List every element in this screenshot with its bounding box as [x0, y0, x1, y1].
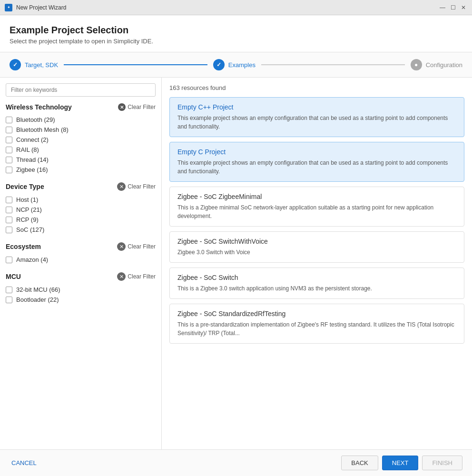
filter-label-thread: Thread (14): [16, 156, 49, 163]
next-button[interactable]: NEXT: [382, 456, 419, 470]
cancel-button[interactable]: CANCEL: [10, 456, 39, 470]
project-card-3[interactable]: Zigbee - SoC SwitchWithVoiceZigbee 3.0 S…: [169, 231, 464, 263]
filter-checkbox-amazon[interactable]: [6, 257, 12, 263]
mcu-title: MCU: [6, 273, 21, 280]
device-clear-filter-button[interactable]: ✕ Clear Filter: [117, 182, 156, 191]
minimize-button[interactable]: —: [439, 4, 446, 11]
project-card-desc-4: This is a Zigbee 3.0 switch application …: [177, 284, 456, 293]
finish-button[interactable]: FINISH: [422, 456, 462, 470]
filter-section-mcu-header: MCU ✕ Clear Filter: [6, 272, 156, 281]
ecosystem-title: Ecosystem: [6, 243, 41, 250]
filter-item-soc[interactable]: SoC (127): [6, 225, 156, 235]
filter-item-host[interactable]: Host (1): [6, 195, 156, 205]
project-card-2[interactable]: Zigbee - SoC ZigbeeMinimalThis is a Zigb…: [169, 187, 464, 227]
footer-right: BACK NEXT FINISH: [341, 456, 462, 470]
step-configuration-label: Configuration: [426, 61, 462, 69]
project-card-desc-1: This example project shows an empty conf…: [177, 159, 456, 176]
filter-item-rail[interactable]: RAIL (8): [6, 145, 156, 155]
filter-section-wireless-header: Wireless Technology ✕ Clear Filter: [6, 103, 156, 111]
filter-item-thread[interactable]: Thread (14): [6, 155, 156, 165]
maximize-button[interactable]: ☐: [449, 4, 457, 11]
project-card-0[interactable]: Empty C++ ProjectThis example project sh…: [169, 97, 464, 137]
filter-label-soc: SoC (127): [16, 226, 44, 233]
sidebar: Wireless Technology ✕ Clear Filter Bluet…: [0, 78, 162, 449]
step-connector-2: [261, 64, 405, 65]
resource-count: 163 resources found: [169, 84, 464, 91]
project-card-title-2: Zigbee - SoC ZigbeeMinimal: [177, 193, 456, 200]
title-bar: New Project Wizard — ☐ ✕: [0, 0, 472, 15]
ecosystem-clear-filter-button[interactable]: ✕ Clear Filter: [117, 242, 156, 251]
projects-list-area: 163 resources found Empty C++ ProjectThi…: [162, 78, 472, 449]
filter-checkbox-rcp[interactable]: [6, 217, 12, 223]
device-clear-filter-label: Clear Filter: [128, 183, 156, 190]
keyword-filter-input[interactable]: [6, 83, 156, 97]
project-card-1[interactable]: Empty C ProjectThis example project show…: [169, 142, 464, 182]
filter-label-rail: RAIL (8): [16, 146, 39, 153]
filter-item-ncp[interactable]: NCP (21): [6, 205, 156, 215]
back-button[interactable]: BACK: [341, 456, 378, 470]
step-examples-label: Examples: [228, 61, 256, 69]
filter-checkbox-soc[interactable]: [6, 227, 12, 233]
filter-section-device-type: Device Type ✕ Clear Filter Host (1) NCP …: [6, 182, 156, 235]
filter-label-ncp: NCP (21): [16, 206, 42, 213]
filter-checkbox-ncp[interactable]: [6, 207, 12, 213]
filter-checkbox-32bit-mcu[interactable]: [6, 287, 12, 293]
step-configuration: ● Configuration: [411, 59, 462, 70]
mcu-clear-icon: ✕: [117, 272, 126, 281]
project-card-desc-0: This example project shows an empty conf…: [177, 114, 456, 131]
project-card-desc-3: Zigbee 3.0 Switch with Voice: [177, 248, 456, 257]
filter-checkbox-host[interactable]: [6, 197, 12, 203]
project-card-5[interactable]: Zigbee - SoC StandardizedRfTestingThis i…: [169, 304, 464, 344]
filter-item-rcp[interactable]: RCP (9): [6, 215, 156, 225]
project-card-title-1: Empty C Project: [177, 148, 456, 156]
filter-checkbox-bluetooth[interactable]: [6, 117, 12, 123]
filter-label-zigbee: Zigbee (16): [16, 166, 48, 173]
step-connector-1: [64, 64, 207, 65]
footer: CANCEL BACK NEXT FINISH: [0, 449, 472, 476]
project-card-4[interactable]: Zigbee - SoC SwitchThis is a Zigbee 3.0 …: [169, 268, 464, 299]
filter-item-zigbee[interactable]: Zigbee (16): [6, 165, 156, 175]
title-bar-text: New Project Wizard: [16, 4, 435, 11]
footer-left: CANCEL: [10, 456, 39, 470]
filter-item-bluetooth-mesh[interactable]: Bluetooth Mesh (8): [6, 125, 156, 135]
projects-container: Empty C++ ProjectThis example project sh…: [169, 97, 464, 344]
project-card-desc-5: This is a pre-standardization implementa…: [177, 320, 456, 337]
filter-checkbox-rail[interactable]: [6, 147, 12, 153]
close-button[interactable]: ✕: [460, 4, 467, 11]
step-target-sdk-label: Target, SDK: [25, 61, 58, 69]
filter-checkbox-connect[interactable]: [6, 137, 12, 143]
project-card-desc-2: This is a Zigbee minimal SoC network-lay…: [177, 203, 456, 220]
mcu-clear-filter-label: Clear Filter: [128, 273, 156, 280]
filter-item-connect[interactable]: Connect (2): [6, 135, 156, 145]
filter-item-bootloader[interactable]: Bootloader (22): [6, 295, 156, 305]
filter-section-ecosystem-header: Ecosystem ✕ Clear Filter: [6, 242, 156, 251]
step-target-sdk-circle: ✓: [10, 59, 21, 70]
step-examples-circle: ✓: [213, 59, 225, 70]
filter-label-host: Host (1): [16, 196, 38, 203]
filter-item-bluetooth[interactable]: Bluetooth (29): [6, 115, 156, 125]
main-window: Example Project Selection Select the pro…: [0, 15, 472, 476]
project-card-title-4: Zigbee - SoC Switch: [177, 274, 456, 281]
filter-label-32bit-mcu: 32-bit MCU (66): [16, 286, 60, 293]
app-icon: [5, 4, 12, 11]
device-type-title: Device Type: [6, 183, 44, 190]
filter-item-32bit-mcu[interactable]: 32-bit MCU (66): [6, 285, 156, 295]
filter-item-amazon[interactable]: Amazon (4): [6, 255, 156, 265]
filter-checkbox-zigbee[interactable]: [6, 167, 12, 173]
wireless-clear-filter-label: Clear Filter: [128, 104, 156, 110]
filter-checkbox-thread[interactable]: [6, 157, 12, 163]
step-target-sdk: ✓ Target, SDK: [10, 59, 58, 70]
wireless-technology-title: Wireless Technology: [6, 103, 72, 111]
wireless-clear-filter-button[interactable]: ✕ Clear Filter: [118, 103, 156, 111]
filter-label-bootloader: Bootloader (22): [16, 296, 59, 303]
page-subtitle: Select the project template to open in S…: [10, 38, 462, 45]
wireless-clear-icon: ✕: [118, 103, 126, 111]
filter-label-rcp: RCP (9): [16, 216, 39, 223]
filter-section-wireless-technology: Wireless Technology ✕ Clear Filter Bluet…: [6, 103, 156, 175]
steps-bar: ✓ Target, SDK ✓ Examples ● Configuration: [0, 52, 472, 78]
page-title: Example Project Selection: [10, 25, 462, 36]
filter-label-amazon: Amazon (4): [16, 256, 48, 263]
filter-checkbox-bootloader[interactable]: [6, 297, 12, 303]
filter-checkbox-bluetooth-mesh[interactable]: [6, 127, 12, 133]
mcu-clear-filter-button[interactable]: ✕ Clear Filter: [117, 272, 156, 281]
